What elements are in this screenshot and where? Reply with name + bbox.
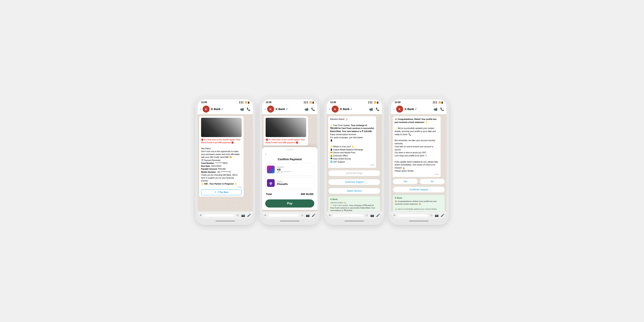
status-bar-1: 12:00 ▎▎▎ 📶 ▓ bbox=[198, 99, 253, 104]
message-time-4-1: 12:00 bbox=[395, 173, 439, 176]
status-icons-3: ▎▎▎ 📶 ▓ bbox=[368, 101, 378, 103]
sticker-icon-2[interactable]: ☺ bbox=[301, 214, 304, 217]
phone-icon-1[interactable]: 📞 bbox=[247, 107, 250, 111]
status-bar-4: 12:00 ▎▎▎ 📶 ▓ bbox=[391, 99, 446, 104]
chat-icons-3: ☺ 📷 🎤 bbox=[365, 214, 380, 217]
customer-support-button-3[interactable]: Customer Support bbox=[328, 179, 380, 185]
battery-icon-4: ▓ bbox=[442, 101, 443, 103]
status-icons-4: ▎▎▎ 📶 ▓ bbox=[433, 101, 443, 103]
message-time-3-1: 12:00 bbox=[330, 164, 374, 166]
pay-button[interactable]: Pay bbox=[265, 199, 314, 208]
back-button-4[interactable]: ‹ bbox=[394, 107, 395, 111]
status-icons-1: ▎▎▎ 📶 ▓ bbox=[240, 101, 249, 103]
yes-no-row: Yes No bbox=[393, 179, 445, 184]
chat-area-1: 🔴 It's that time of the month again! You… bbox=[198, 114, 253, 211]
sticker-icon-4[interactable]: ☺ bbox=[430, 214, 433, 217]
using-label: Using bbox=[277, 181, 309, 183]
total-amount: INR 50,000 bbox=[301, 193, 314, 196]
signal-icon-4: ▎▎▎ bbox=[433, 101, 438, 103]
plus-icon-3[interactable]: + bbox=[328, 213, 331, 218]
mic-icon-3[interactable]: 🎤 bbox=[376, 214, 380, 217]
video-icon-4[interactable]: 📹 bbox=[434, 107, 438, 111]
chat-input-1[interactable] bbox=[204, 214, 234, 217]
chat-bottom-3: + ☺ 📷 🎤 bbox=[327, 211, 382, 219]
camera-icon-1[interactable]: 📷 bbox=[241, 214, 245, 217]
total-label: Total bbox=[266, 193, 272, 196]
mic-icon-2[interactable]: 🎤 bbox=[312, 214, 316, 217]
status-bar-3: 12:00 ▎▎▎ 📶 ▓ bbox=[327, 99, 382, 104]
video-icon-1[interactable]: 📹 bbox=[240, 107, 244, 111]
chat-area-4: 🎉 Congratulations, Rahul! Your profile h… bbox=[391, 114, 446, 211]
pay-now-button[interactable]: ↗ ↗ Pay Now bbox=[201, 189, 242, 195]
plus-icon-1[interactable]: + bbox=[200, 213, 202, 218]
phone-2-screen: 12:00 ▎▎▎ 📶 ▓ ‹ K K Bank ✔ 📹 bbox=[262, 99, 317, 219]
mic-icon-1[interactable]: 🎤 bbox=[247, 214, 251, 217]
avatar-4: K bbox=[396, 106, 403, 113]
using-row[interactable]: φ Using PhonePe › bbox=[265, 177, 314, 189]
sheet-handle bbox=[286, 149, 293, 150]
sticker-icon-1[interactable]: ☺ bbox=[236, 214, 239, 217]
notif-title-4: K Bank bbox=[395, 197, 443, 199]
quick-recharge-button[interactable]: Quick Recharge bbox=[328, 170, 380, 176]
status-bar-2: 12:00 ▎▎▎ 📶 ▓ bbox=[262, 99, 317, 104]
contact-name-2: K Bank ✔ bbox=[276, 107, 303, 111]
send-to-value: KB bbox=[277, 168, 309, 171]
phone-icon-2[interactable]: 📞 bbox=[311, 107, 315, 111]
payment-sheet: ‹ Confirm Payment Send to KB UPI ID : **… bbox=[262, 147, 317, 210]
chat-icons-2: ☺ 📷 🎤 bbox=[301, 214, 316, 217]
phone-3-screen: 12:00 ▎▎▎ 📶 ▓ ‹ K K Bank ✔ 📹 bbox=[327, 99, 382, 219]
plus-icon-4[interactable]: + bbox=[393, 213, 396, 218]
message-3-1: Attention Rahul! 🤳 ⚡ Fast Track Update: … bbox=[328, 116, 376, 168]
notif-title-3: K Bank bbox=[330, 198, 378, 201]
wa-header-2: ‹ K K Bank ✔ 📹 📞 bbox=[262, 104, 317, 114]
send-to-info: Send to KB UPI ID : ********* bbox=[277, 166, 309, 173]
phone-1: 12:00 ▎▎▎ 📶 ▓ ‹ K K Bank ✔ 📹 bbox=[195, 97, 255, 225]
time-1: 12:00 bbox=[201, 101, 207, 104]
back-button-1[interactable]: ‹ bbox=[200, 107, 201, 111]
video-icon-3[interactable]: 📹 bbox=[369, 107, 373, 111]
send-to-row[interactable]: Send to KB UPI ID : ********* › bbox=[265, 164, 314, 175]
message-time-1-1: 12:00 bbox=[201, 186, 242, 188]
select-service-button[interactable]: Select Service bbox=[328, 188, 380, 194]
chat-input-4[interactable] bbox=[397, 214, 428, 217]
sticker-icon-3[interactable]: ☺ bbox=[365, 214, 368, 217]
plus-icon-2[interactable]: + bbox=[264, 213, 266, 218]
wifi-icon: 📶 bbox=[245, 101, 247, 103]
upi-id-label: UPI ID : ********* bbox=[277, 171, 309, 173]
header-icons-4: 📹 📞 bbox=[434, 107, 444, 111]
message-text-4: 🎉 Congratulations, Rahul! Your profile h… bbox=[395, 118, 439, 173]
message-text-2: 🔴 It's that time of the month again! You… bbox=[266, 138, 306, 144]
camera-icon-3[interactable]: 📷 bbox=[370, 214, 374, 217]
contact-info-3: K Bank ✔ bbox=[340, 107, 368, 111]
phone-icon-3[interactable]: 📞 bbox=[376, 107, 380, 111]
camera-icon-4[interactable]: 📷 bbox=[435, 214, 439, 217]
no-button[interactable]: No bbox=[420, 179, 445, 184]
customer-support-button-4[interactable]: Customer Support bbox=[393, 187, 445, 193]
contact-info-4: K Bank ✔ bbox=[405, 107, 432, 111]
chat-input-2[interactable] bbox=[268, 214, 299, 217]
home-indicator-2 bbox=[262, 219, 317, 223]
video-icon-2[interactable]: 📹 bbox=[304, 107, 308, 111]
contact-info-2: K Bank ✔ bbox=[276, 107, 303, 111]
phones-container: 12:00 ▎▎▎ 📶 ▓ ‹ K K Bank ✔ 📹 bbox=[195, 97, 449, 225]
verified-icon-3: ✔ bbox=[350, 108, 352, 111]
chat-input-3[interactable] bbox=[333, 214, 363, 217]
phone-icon-4[interactable]: 📞 bbox=[440, 107, 444, 111]
back-button-2[interactable]: ‹ bbox=[264, 107, 266, 111]
wa-header-3: ‹ K K Bank ✔ 📹 📞 bbox=[327, 104, 382, 114]
yes-button[interactable]: Yes bbox=[393, 179, 418, 184]
wifi-icon-2: 📶 bbox=[310, 101, 312, 103]
notification-bubble-3: K Bank Attention Rahul! 🙏 ⚡ Fast Track U… bbox=[328, 196, 380, 211]
back-button-3[interactable]: ‹ bbox=[329, 107, 330, 111]
mic-icon-4[interactable]: 🎤 bbox=[440, 214, 444, 217]
time-2: 12:00 bbox=[266, 101, 272, 104]
home-indicator-1 bbox=[198, 219, 253, 223]
message-image-1 bbox=[201, 118, 242, 137]
message-text-3: Attention Rahul! 🤳 ⚡ Fast Track Update: … bbox=[330, 118, 374, 163]
sheet-title: Confirm Payment bbox=[265, 158, 314, 161]
sheet-back-button[interactable]: ‹ bbox=[265, 152, 314, 156]
phone-3: 12:00 ▎▎▎ 📶 ▓ ‹ K K Bank ✔ 📹 bbox=[324, 97, 384, 225]
kb-logo bbox=[267, 166, 275, 173]
camera-icon-2[interactable]: 📷 bbox=[306, 214, 310, 217]
notification-bubble-4: K Bank 🎉 Congratulations, Rahul! Your pr… bbox=[393, 195, 445, 211]
